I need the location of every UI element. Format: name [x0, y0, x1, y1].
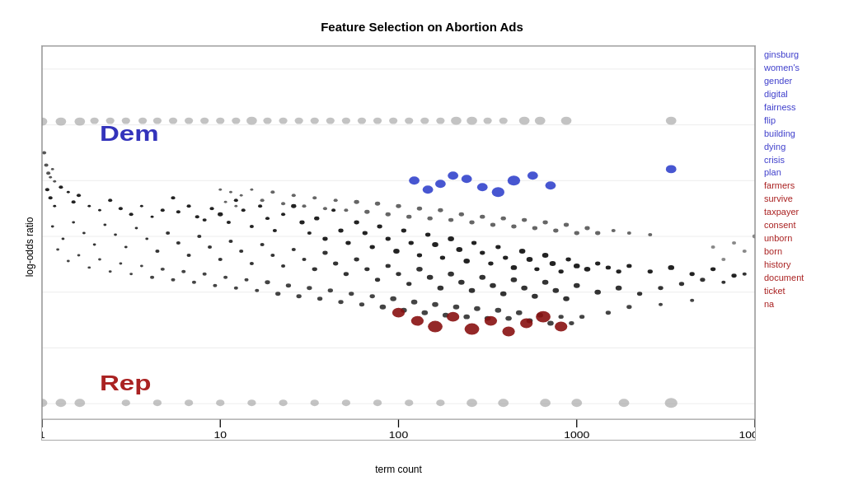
svg-point-274 [409, 176, 420, 184]
svg-point-56 [561, 117, 572, 125]
svg-point-245 [380, 305, 387, 310]
svg-point-159 [93, 243, 96, 245]
svg-point-253 [463, 315, 470, 320]
svg-point-275 [423, 185, 434, 194]
svg-point-249 [421, 310, 428, 315]
svg-point-41 [311, 118, 319, 124]
svg-point-289 [465, 324, 480, 335]
svg-point-87 [108, 198, 112, 202]
svg-point-283 [546, 181, 556, 189]
svg-point-212 [721, 281, 725, 284]
svg-point-143 [565, 257, 570, 261]
svg-point-178 [292, 248, 296, 251]
svg-point-268 [690, 299, 694, 302]
svg-point-242 [349, 292, 354, 296]
svg-point-79 [49, 196, 53, 199]
svg-point-300 [53, 180, 56, 183]
svg-point-131 [471, 241, 476, 245]
svg-point-287 [428, 321, 443, 333]
svg-point-75 [571, 399, 582, 407]
svg-point-170 [208, 245, 212, 249]
svg-point-228 [203, 273, 207, 276]
svg-point-72 [467, 399, 477, 407]
svg-point-273 [711, 245, 715, 249]
svg-point-216 [77, 254, 81, 256]
svg-point-318 [375, 202, 380, 206]
svg-point-85 [87, 205, 91, 208]
svg-point-235 [275, 292, 280, 296]
svg-point-237 [296, 294, 301, 298]
svg-point-325 [448, 218, 453, 222]
svg-point-210 [679, 282, 684, 286]
svg-point-69 [373, 399, 382, 406]
svg-point-64 [216, 399, 224, 406]
svg-point-238 [307, 286, 312, 290]
svg-point-78 [45, 188, 49, 191]
svg-point-51 [467, 117, 477, 125]
svg-point-339 [595, 231, 600, 236]
svg-point-280 [492, 187, 504, 197]
svg-point-313 [323, 207, 327, 210]
svg-point-175 [260, 243, 265, 246]
svg-point-121 [393, 249, 400, 254]
svg-point-271 [732, 241, 736, 245]
svg-point-305 [240, 194, 243, 197]
svg-point-118 [370, 245, 375, 249]
svg-point-295 [42, 151, 46, 154]
svg-point-217 [87, 266, 91, 268]
svg-point-140 [542, 253, 549, 258]
svg-point-42 [326, 118, 335, 124]
svg-point-335 [553, 229, 558, 233]
svg-point-165 [155, 250, 159, 253]
svg-point-111 [314, 217, 319, 221]
svg-point-342 [648, 233, 652, 236]
svg-point-117 [363, 231, 368, 236]
svg-point-167 [176, 241, 181, 245]
svg-point-329 [490, 223, 495, 227]
svg-point-120 [386, 237, 391, 241]
svg-point-94 [176, 210, 181, 213]
svg-point-338 [584, 226, 589, 231]
svg-point-262 [558, 315, 563, 319]
svg-point-76 [619, 399, 630, 407]
svg-point-340 [612, 229, 616, 232]
svg-point-171 [218, 258, 223, 261]
svg-point-315 [344, 208, 348, 212]
legend-item-dying: dying [764, 141, 826, 154]
svg-point-232 [245, 278, 249, 282]
svg-point-91 [151, 216, 154, 218]
svg-point-26 [74, 118, 85, 126]
svg-point-226 [181, 270, 185, 273]
svg-point-246 [390, 296, 396, 301]
svg-point-188 [396, 272, 401, 276]
legend-item-unborn: unborn [764, 232, 826, 245]
svg-point-141 [550, 261, 556, 266]
svg-point-199 [511, 278, 518, 282]
svg-point-90 [140, 205, 143, 208]
svg-point-150 [648, 269, 653, 273]
svg-point-181 [322, 250, 327, 254]
svg-point-100 [227, 221, 231, 224]
svg-point-39 [279, 118, 287, 124]
svg-point-30 [138, 118, 147, 124]
svg-point-261 [547, 321, 554, 326]
svg-point-311 [302, 204, 306, 208]
svg-point-27 [91, 118, 99, 124]
svg-point-123 [409, 241, 414, 245]
svg-point-220 [119, 262, 122, 264]
svg-point-138 [527, 257, 533, 262]
svg-point-145 [584, 267, 591, 272]
svg-point-297 [46, 171, 50, 175]
plot-box: 15 10 5 0 -5 -10 -15 [41, 45, 756, 441]
svg-point-173 [239, 250, 243, 253]
svg-point-109 [299, 221, 304, 225]
svg-point-57 [666, 117, 677, 125]
svg-point-224 [161, 268, 165, 271]
svg-point-116 [354, 221, 359, 225]
svg-point-239 [317, 296, 322, 301]
svg-point-298 [49, 176, 52, 179]
svg-point-163 [135, 227, 138, 230]
svg-point-250 [432, 302, 438, 307]
svg-point-267 [659, 303, 663, 306]
svg-point-99 [218, 212, 223, 217]
